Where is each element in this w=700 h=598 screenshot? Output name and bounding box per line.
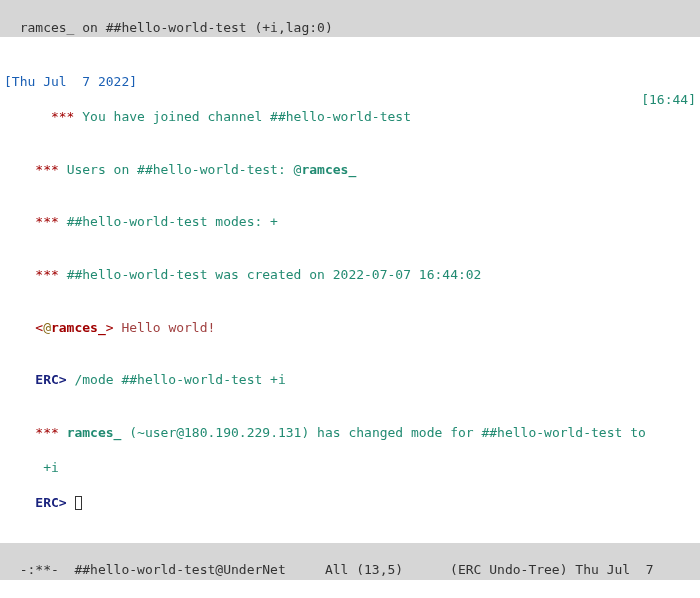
blank-line <box>4 56 696 73</box>
date-stamp: [Thu Jul 7 2022] <box>4 73 696 91</box>
msg-bracket-close: > <box>106 320 114 335</box>
erc-prompt: ERC> <box>35 372 74 387</box>
mode-change-nick: ramces_ <box>67 425 122 440</box>
mode-line: -:**- ##hello-world-test@UnderNet All (1… <box>0 543 700 580</box>
users-notice: *** Users on ##hello-world-test: @ramces… <box>4 143 696 196</box>
text-cursor <box>75 496 82 510</box>
modes-text: ##hello-world-test modes: + <box>67 214 278 229</box>
blank-line <box>4 39 696 56</box>
msg-bracket-open: < <box>35 320 43 335</box>
mode-change-continuation: +i <box>4 459 696 477</box>
command-text: /mode ##hello-world-test +i <box>74 372 285 387</box>
modes-notice: *** ##hello-world-test modes: + <box>4 196 696 249</box>
minibuffer[interactable] <box>0 580 700 598</box>
notice-prefix: *** <box>35 214 66 229</box>
created-text: ##hello-world-test was created on 2022-0… <box>67 267 482 282</box>
msg-text: Hello world! <box>114 320 216 335</box>
mode-change-tail: (~user@180.190.229.131) has changed mode… <box>121 425 645 440</box>
erc-buffer[interactable]: [Thu Jul 7 2022] *** You have joined cha… <box>0 37 700 543</box>
users-text: Users on ##hello-world-test: @ <box>67 162 302 177</box>
users-nick: ramces_ <box>301 162 356 177</box>
msg-nick: ramces_ <box>51 320 106 335</box>
erc-prompt: ERC> <box>35 495 74 510</box>
prompt-line[interactable]: ERC> <box>4 477 696 530</box>
timestamp: [16:44] <box>641 91 696 144</box>
mode-change-notice: *** ramces_ (~user@180.190.229.131) has … <box>4 406 696 459</box>
notice-prefix: *** <box>35 162 66 177</box>
header-line: ramces_ on ##hello-world-test (+i,lag:0) <box>0 0 700 37</box>
join-text: You have joined channel ##hello-world-te… <box>82 109 411 124</box>
header-text: ramces_ on ##hello-world-test (+i,lag:0) <box>20 20 333 35</box>
mode-line-text: -:**- ##hello-world-test@UnderNet All (1… <box>20 562 654 577</box>
chat-message: <@ramces_> Hello world! <box>4 301 696 354</box>
notice-prefix: *** <box>51 109 82 124</box>
join-notice: *** You have joined channel ##hello-worl… <box>4 91 696 144</box>
created-notice: *** ##hello-world-test was created on 20… <box>4 249 696 302</box>
msg-op-prefix: @ <box>43 320 51 335</box>
command-line: ERC> /mode ##hello-world-test +i <box>4 354 696 407</box>
notice-prefix: *** <box>35 425 66 440</box>
notice-prefix: *** <box>35 267 66 282</box>
